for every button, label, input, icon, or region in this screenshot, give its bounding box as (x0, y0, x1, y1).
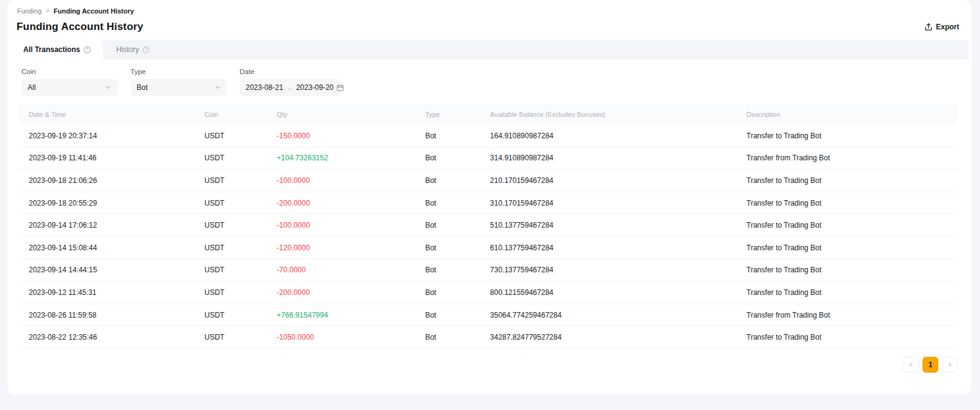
cell-qty: -70.0000 (277, 266, 425, 274)
tab-all-transactions-label: All Transactions (23, 45, 80, 54)
type-filter-label: Type (130, 68, 227, 75)
prev-page-button[interactable] (903, 357, 919, 373)
breadcrumb-current: Funding Account History (54, 7, 134, 15)
cell-description: Transfer to Trading Bot (747, 266, 958, 274)
help-icon[interactable]: ? (143, 47, 149, 53)
cell-balance: 800.121559467284 (490, 288, 747, 297)
column-header-description: Description (747, 111, 958, 118)
date-start: 2023-08-21 (246, 83, 283, 92)
cell-balance: 310.170159467284 (490, 199, 747, 207)
cell-balance: 34287.824779527284 (490, 333, 747, 341)
cell-description: Transfer to Trading Bot (747, 288, 958, 297)
cell-balance: 35064.774259467284 (490, 311, 747, 319)
chevron-down-icon (214, 84, 221, 91)
coin-filter-label: Coin (21, 68, 118, 75)
type-select[interactable]: Bot (130, 79, 227, 96)
cell-qty: -100.0000 (277, 221, 425, 229)
calendar-icon (336, 84, 344, 92)
tab-history[interactable]: History ? (103, 40, 163, 59)
page-title: Funding Account History (17, 21, 143, 33)
table-row: 2023-09-19 20:37:14 USDT -150.0000 Bot 1… (18, 125, 958, 147)
cell-qty: +766.91547994 (277, 311, 425, 319)
table-row: 2023-09-14 14:44:15 USDT -70.0000 Bot 73… (18, 259, 958, 282)
cell-type: Bot (425, 154, 490, 162)
cell-qty: -1050.0000 (277, 333, 425, 341)
column-header-qty: Qty (277, 111, 425, 118)
cell-description: Transfer to Trading Bot (747, 176, 958, 185)
date-end: 2023-09-20 (296, 83, 333, 92)
table-row: 2023-09-14 15:08:44 USDT -120.0000 Bot 6… (18, 237, 958, 259)
cell-type: Bot (425, 132, 490, 140)
breadcrumb: Funding > Funding Account History (7, 0, 971, 16)
export-button[interactable]: Export (924, 23, 959, 31)
cell-coin: USDT (205, 132, 277, 140)
tab-bar: All Transactions ? History ? (10, 40, 968, 59)
cell-balance: 730.137759467284 (490, 266, 747, 274)
cell-qty: -150.0000 (277, 132, 425, 140)
cell-type: Bot (425, 311, 490, 319)
cell-coin: USDT (205, 244, 277, 252)
cell-datetime: 2023-09-19 20:37:14 (18, 132, 205, 140)
export-label: Export (936, 23, 959, 31)
cell-coin: USDT (205, 266, 277, 274)
page-number-button[interactable]: 1 (922, 357, 938, 373)
column-header-type: Type (425, 111, 490, 118)
next-page-button[interactable] (942, 357, 958, 373)
column-header-balance: Available Balance (Excludes Bonuses) (490, 111, 747, 118)
breadcrumb-separator-icon: > (46, 7, 50, 14)
cell-coin: USDT (205, 288, 277, 297)
title-row: Funding Account History Export (7, 16, 971, 40)
coin-select[interactable]: All (21, 79, 118, 96)
cell-qty: +104.73263152 (277, 154, 425, 162)
type-select-value: Bot (137, 83, 148, 92)
help-icon[interactable]: ? (84, 47, 91, 53)
cell-datetime: 2023-08-22 12:35:46 (18, 333, 205, 341)
table-header: Date & Time Coin Qty Type Available Bala… (18, 104, 958, 125)
cell-description: Transfer to Trading Bot (747, 221, 958, 229)
cell-balance: 210.170159467284 (490, 176, 747, 185)
breadcrumb-funding-link[interactable]: Funding (17, 7, 42, 15)
column-header-coin: Coin (205, 111, 277, 118)
cell-coin: USDT (205, 221, 277, 229)
cell-datetime: 2023-09-19 11:41:46 (18, 154, 205, 162)
table-row: 2023-09-12 11:45:31 USDT -200.0000 Bot 8… (18, 281, 958, 304)
table-row: 2023-08-26 11:59:58 USDT +766.91547994 B… (18, 304, 958, 327)
chevron-down-icon (105, 84, 111, 91)
cell-description: Transfer to Trading Bot (747, 132, 958, 140)
table-row: 2023-09-14 17:06:12 USDT -100.0000 Bot 5… (18, 214, 958, 237)
date-filter-label: Date (239, 68, 341, 75)
cell-qty: -200.0000 (277, 288, 425, 297)
column-header-datetime: Date & Time (18, 111, 205, 118)
table-body: 2023-09-19 20:37:14 USDT -150.0000 Bot 1… (18, 125, 958, 349)
cell-datetime: 2023-09-14 14:44:15 (18, 266, 205, 274)
cell-datetime: 2023-09-14 17:06:12 (18, 221, 205, 229)
cell-qty: -120.0000 (277, 244, 425, 252)
cell-type: Bot (425, 266, 490, 274)
cell-type: Bot (425, 176, 490, 185)
cell-coin: USDT (205, 154, 277, 162)
tab-all-transactions[interactable]: All Transactions ? (10, 40, 103, 59)
cell-balance: 314.910890987284 (490, 154, 747, 162)
cell-datetime: 2023-09-14 15:08:44 (18, 244, 205, 252)
date-range-arrow-icon: → (285, 84, 293, 91)
table-row: 2023-09-19 11:41:46 USDT +104.73263152 B… (18, 147, 958, 170)
tab-history-label: History (116, 45, 139, 54)
cell-description: Transfer from Trading Bot (747, 311, 958, 319)
cell-balance: 164.910890987284 (490, 132, 747, 140)
type-filter: Type Bot (130, 68, 227, 96)
cell-type: Bot (425, 199, 490, 207)
pagination: 1 (7, 349, 971, 373)
cell-type: Bot (425, 244, 490, 252)
filters-row: Coin All Type Bot (7, 59, 971, 104)
coin-select-value: All (28, 83, 36, 92)
cell-datetime: 2023-08-26 11:59:58 (18, 311, 205, 319)
cell-description: Transfer from Trading Bot (747, 154, 958, 162)
coin-filter: Coin All (21, 68, 118, 96)
cell-balance: 510.137759467284 (490, 221, 747, 229)
cell-description: Transfer to Trading Bot (747, 199, 958, 207)
chevron-right-icon (947, 362, 953, 368)
cell-qty: -100.0000 (277, 176, 425, 185)
cell-coin: USDT (205, 199, 277, 207)
date-range-picker[interactable]: 2023-08-21 → 2023-09-20 (239, 79, 341, 96)
cell-qty: -200.0000 (277, 199, 425, 207)
